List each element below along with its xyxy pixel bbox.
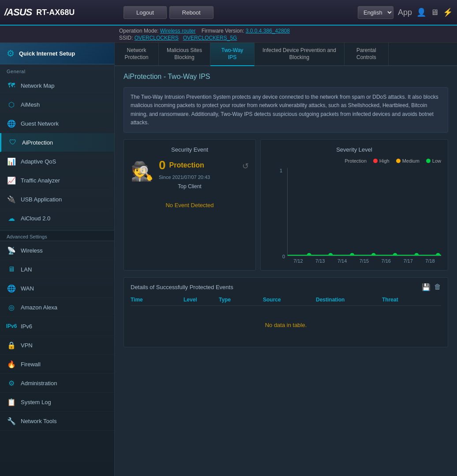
administration-icon: ⚙ [7,378,16,388]
svg-point-3 [350,253,354,256]
th-destination: Destination [316,297,382,303]
vpn-icon: 🔒 [7,340,16,350]
x-label-1: 7/13 [315,258,325,264]
network-map-icon: 🗺 [7,81,16,90]
security-event-title: Security Event [131,146,249,153]
no-event-text: No Event Detected [131,193,249,217]
sidebar-item-label: Traffic Analyzer [21,177,60,184]
protection-info: 0 Protection ↺ Since 2021/07/07 20:43 [159,158,249,183]
tab-two-way-ips[interactable]: Two-WayIPS [210,43,255,66]
th-source: Source [263,297,316,303]
info-bar: Operation Mode: Wireless router Firmware… [0,26,457,43]
delete-icon-btn[interactable]: 🗑 [434,283,441,291]
legend-medium-label: Medium [402,158,420,164]
top-client-label: Top Client [131,183,249,190]
monitor-icon[interactable]: 🖥 [431,8,438,17]
sidebar-item-aimesh[interactable]: ⬡ AiMesh [0,95,114,114]
sidebar-item-network-map[interactable]: 🗺 Network Map [0,76,114,95]
top-buttons: Logout Reboot [124,6,358,19]
operation-mode-value[interactable]: Wireless router [160,28,196,34]
sidebar-item-administration[interactable]: ⚙ Administration [0,374,114,393]
details-title: Details of Successfully Protected Events [131,284,233,290]
sidebar-item-system-log[interactable]: 📋 System Log [0,393,114,412]
save-icon-btn[interactable]: 💾 [422,283,431,291]
ssid-label: SSID: [119,35,133,41]
sidebar-item-vpn[interactable]: 🔒 VPN [0,336,114,355]
details-icons: 💾 🗑 [422,283,441,291]
aiprotection-icon: 🛡 [8,138,18,147]
severity-level-panel: Severity Level Protection High Medium [260,139,448,271]
table-header: Time Level Type Source Destination Threa… [131,297,441,306]
sidebar-item-aicloud[interactable]: ☁ AiCloud 2.0 [0,209,114,228]
svg-point-4 [371,253,376,256]
content-area: NetworkProtection Malicious SitesBlockin… [115,43,457,476]
usb-app-icon: 🔌 [7,194,16,204]
language-select[interactable]: English [358,6,393,19]
user-icon[interactable]: 👤 [416,7,426,17]
sidebar-item-ipv6[interactable]: IPv6 IPv6 [0,317,114,336]
quick-setup-icon: ⚙ [7,48,15,59]
tab-infected-device[interactable]: Infected Device Prevention andBlocking [255,43,345,65]
x-label-6: 7/18 [425,258,435,264]
model-name: RT-AX68U [36,8,75,17]
severity-level-title: Severity Level [267,146,441,153]
firmware-version[interactable]: 3.0.0.4.386_42808 [246,28,290,34]
sidebar-item-label: Guest Network [21,120,59,127]
ssid2[interactable]: OVERCLOCKERS_5G [183,35,237,41]
legend-low: Low [426,158,441,164]
sidebar-item-lan[interactable]: 🖥 LAN [0,260,114,279]
sidebar-item-wireless[interactable]: 📡 Wireless [0,241,114,260]
reset-icon[interactable]: ↺ [242,161,249,171]
reboot-button[interactable]: Reboot [169,6,214,19]
sidebar-item-label: Administration [21,380,57,387]
x-label-0: 7/12 [293,258,303,264]
sidebar-item-traffic-analyzer[interactable]: 📈 Traffic Analyzer [0,171,114,190]
protection-count-row: 0 Protection [159,158,204,172]
sidebar-item-label: WAN [21,285,34,292]
traffic-analyzer-icon: 📈 [7,175,16,185]
sidebar-item-amazon-alexa[interactable]: ◎ Amazon Alexa [0,298,114,317]
sidebar-item-firewall[interactable]: 🔥 Firewall [0,355,114,374]
high-dot [373,159,378,163]
protection-number: 0 [159,158,166,172]
sidebar-item-label: LAN [21,266,32,273]
x-label-2: 7/14 [337,258,347,264]
tab-label: Two-WayIPS [221,47,243,60]
sidebar-item-guest-network[interactable]: 🌐 Guest Network [0,114,114,133]
legend-protection-label: Protection [345,158,367,164]
sidebar-item-label: AiProtection [22,139,53,146]
tab-parental-controls[interactable]: ParentalControls [345,43,389,65]
svg-point-5 [393,253,397,256]
sidebar-item-wan[interactable]: 🌐 WAN [0,279,114,298]
sidebar-item-aiprotection[interactable]: 🛡 AiProtection [0,133,114,152]
svg-point-2 [328,253,333,256]
logout-button[interactable]: Logout [124,6,167,19]
sidebar-item-label: USB Application [21,196,62,203]
quick-internet-setup[interactable]: ⚙ Quick Internet Setup [0,43,114,64]
tab-malicious-sites[interactable]: Malicious SitesBlocking [159,43,210,65]
sidebar-item-network-tools[interactable]: 🔧 Network Tools [0,412,114,431]
logo-area: /ASUS RT-AX68U [4,7,124,18]
two-col-section: Security Event 🕵 0 Protection ↺ S [124,139,448,271]
network-tools-icon: 🔧 [7,416,16,426]
operation-mode-label: Operation Mode: [119,28,158,34]
tab-bar: NetworkProtection Malicious SitesBlockin… [115,43,457,66]
ssid1[interactable]: OVERCLOCKERS [135,35,179,41]
quick-setup-label: Quick Internet Setup [19,50,75,57]
tab-label: Malicious SitesBlocking [167,47,202,60]
tab-network-protection[interactable]: NetworkProtection [115,43,159,65]
th-threat: Threat [382,297,441,303]
sidebar-item-label: VPN [21,342,33,349]
x-label-4: 7/16 [382,258,391,264]
svg-point-7 [436,253,440,256]
main-layout: ⚙ Quick Internet Setup General 🗺 Network… [0,43,457,476]
sidebar-item-label: AiMesh [21,101,40,108]
security-content: 🕵 0 Protection ↺ Since 2021/07/07 20:43 [131,158,249,183]
th-time: Time [131,297,184,303]
app-label[interactable]: App [398,8,412,17]
usb-icon[interactable]: ⚡ [443,7,453,17]
security-event-panel: Security Event 🕵 0 Protection ↺ S [124,139,256,271]
system-log-icon: 📋 [7,397,16,407]
sidebar-item-usb-application[interactable]: 🔌 USB Application [0,190,114,209]
sidebar-item-adaptive-qos[interactable]: 📊 Adaptive QoS [0,152,114,171]
